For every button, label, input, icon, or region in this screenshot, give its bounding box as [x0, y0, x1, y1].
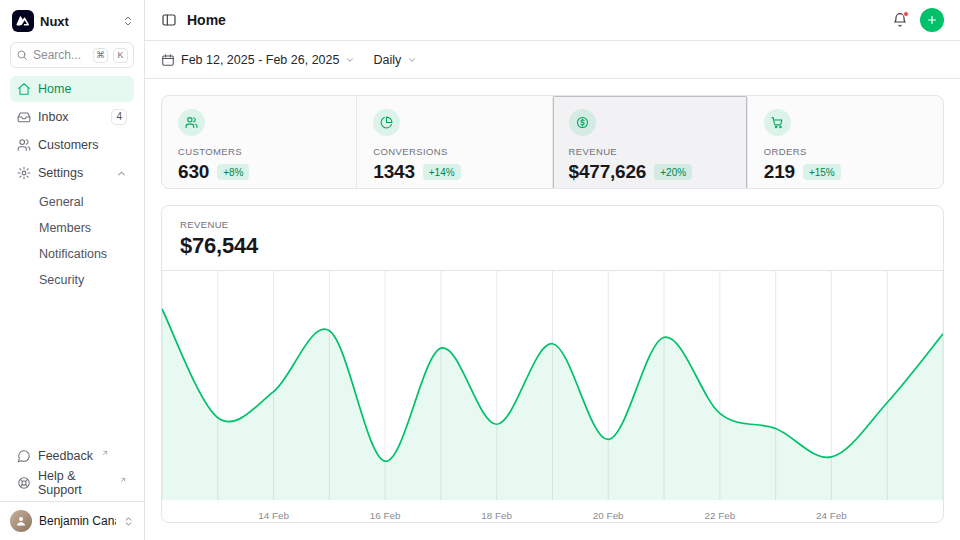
sidebar-item-label: Notifications	[39, 247, 107, 261]
sidebar-nav: Home Inbox 4 Customers Settings	[0, 76, 144, 292]
chevron-up-icon	[116, 168, 127, 179]
user-menu[interactable]: Benjamin Canac	[0, 501, 144, 540]
sidebar-item-notifications[interactable]: Notifications	[10, 242, 134, 266]
lifebuoy-icon	[17, 476, 31, 490]
sidebar-item-label: Security	[39, 273, 84, 287]
topbar-actions	[892, 8, 944, 32]
topbar: Home	[145, 0, 960, 41]
stat-delta-badge: +8%	[217, 164, 249, 180]
revenue-chart-card: REVENUE $76,544 14 Feb16 Feb18 Feb20 Feb…	[161, 205, 944, 523]
stat-label: CUSTOMERS	[178, 146, 340, 157]
plus-icon	[926, 14, 938, 26]
users-icon	[17, 138, 31, 152]
avatar	[10, 510, 32, 532]
settings-children: General Members Notifications Security	[10, 190, 134, 292]
feedback-label: Feedback	[38, 449, 93, 463]
stat-delta-badge: +20%	[654, 164, 692, 180]
brand-name: Nuxt	[40, 14, 116, 29]
chart-plot-area[interactable]: 14 Feb16 Feb18 Feb20 Feb22 Feb24 Feb	[162, 271, 943, 523]
help-support-link[interactable]: Help & Support	[10, 470, 134, 495]
search-input[interactable]: Search... ⌘ K	[10, 42, 134, 68]
app-window: Nuxt Search... ⌘ K Home	[0, 0, 960, 540]
notifications-button[interactable]	[892, 12, 908, 28]
nuxt-logo-icon	[12, 10, 34, 32]
kbd-cmd: ⌘	[93, 48, 108, 63]
main-area: Home Feb 12, 2025 - Feb 26, 2025	[145, 0, 960, 540]
sidebar-item-label: General	[39, 195, 83, 209]
sidebar-collapse-icon[interactable]	[122, 15, 134, 27]
stat-customers[interactable]: CUSTOMERS 630 +8%	[162, 96, 357, 189]
sidebar-footer: Feedback Help & Support	[0, 437, 144, 501]
stat-conversions[interactable]: CONVERSIONS 1343 +14%	[357, 96, 552, 189]
chevron-down-icon	[407, 55, 417, 65]
filters-toolbar: Feb 12, 2025 - Feb 26, 2025 Daily	[145, 41, 960, 79]
external-link-icon	[101, 449, 109, 457]
calendar-icon	[161, 53, 175, 67]
user-name: Benjamin Canac	[39, 514, 116, 528]
svg-text:16 Feb: 16 Feb	[370, 510, 401, 521]
message-icon	[17, 449, 31, 463]
revenue-area-chart: 14 Feb16 Feb18 Feb20 Feb22 Feb24 Feb	[162, 271, 943, 523]
sidebar-item-general[interactable]: General	[10, 190, 134, 214]
period-value: Daily	[373, 53, 401, 67]
external-link-icon	[119, 476, 127, 484]
period-select[interactable]: Daily	[373, 53, 417, 67]
gear-icon	[17, 166, 31, 180]
svg-text:18 Feb: 18 Feb	[481, 510, 512, 521]
brand-row: Nuxt	[0, 0, 144, 40]
pie-chart-icon	[373, 109, 400, 136]
page-title: Home	[187, 12, 226, 28]
inbox-count-badge: 4	[111, 109, 127, 125]
chart-header: REVENUE $76,544	[162, 206, 943, 271]
sidebar-item-home[interactable]: Home	[10, 76, 134, 102]
chevron-up-down-icon	[123, 516, 134, 527]
date-range-value: Feb 12, 2025 - Feb 26, 2025	[181, 53, 339, 67]
sidebar-item-security[interactable]: Security	[10, 268, 134, 292]
sidebar-item-label: Inbox	[38, 110, 69, 124]
sidebar-item-members[interactable]: Members	[10, 216, 134, 240]
search-placeholder: Search...	[33, 48, 88, 62]
users-icon	[178, 109, 205, 136]
svg-text:14 Feb: 14 Feb	[258, 510, 289, 521]
sidebar-item-label: Customers	[38, 138, 98, 152]
sidebar-item-inbox[interactable]: Inbox 4	[10, 104, 134, 130]
stat-label: ORDERS	[764, 146, 927, 157]
stat-label: REVENUE	[569, 146, 731, 157]
sidebar-item-settings[interactable]: Settings	[10, 160, 134, 186]
stats-card: CUSTOMERS 630 +8% CONVERSIONS 1343 +14%	[161, 95, 944, 189]
stat-value: 219	[764, 161, 795, 183]
inbox-icon	[17, 110, 31, 124]
svg-text:20 Feb: 20 Feb	[593, 510, 624, 521]
add-button[interactable]	[920, 8, 944, 32]
sidebar-item-label: Members	[39, 221, 91, 235]
stat-value: 630	[178, 161, 209, 183]
stat-value: 1343	[373, 161, 415, 183]
search-icon	[16, 49, 28, 61]
date-range-picker[interactable]: Feb 12, 2025 - Feb 26, 2025	[161, 53, 355, 67]
help-support-label: Help & Support	[38, 469, 111, 497]
notification-dot	[903, 11, 909, 17]
stat-value: $477,626	[569, 161, 647, 183]
stat-orders[interactable]: ORDERS 219 +15%	[748, 96, 943, 189]
svg-text:22 Feb: 22 Feb	[704, 510, 735, 521]
sidebar-item-customers[interactable]: Customers	[10, 132, 134, 158]
svg-text:24 Feb: 24 Feb	[816, 510, 847, 521]
home-icon	[17, 82, 31, 96]
stat-delta-badge: +14%	[423, 164, 461, 180]
stat-label: CONVERSIONS	[373, 146, 535, 157]
chevron-down-icon	[345, 55, 355, 65]
stat-delta-badge: +15%	[803, 164, 841, 180]
sidebar-item-label: Settings	[38, 166, 83, 180]
panel-toggle-icon[interactable]	[161, 12, 177, 28]
cart-icon	[764, 109, 791, 136]
kbd-k: K	[113, 48, 128, 63]
sidebar-item-label: Home	[38, 82, 71, 96]
stat-revenue[interactable]: REVENUE $477,626 +20%	[553, 96, 748, 189]
sidebar: Nuxt Search... ⌘ K Home	[0, 0, 145, 540]
chart-current-value: $76,544	[180, 233, 925, 259]
dashboard-content: CUSTOMERS 630 +8% CONVERSIONS 1343 +14%	[145, 79, 960, 539]
chart-title: REVENUE	[180, 219, 925, 230]
circle-dollar-icon	[569, 109, 596, 136]
feedback-link[interactable]: Feedback	[10, 443, 134, 468]
